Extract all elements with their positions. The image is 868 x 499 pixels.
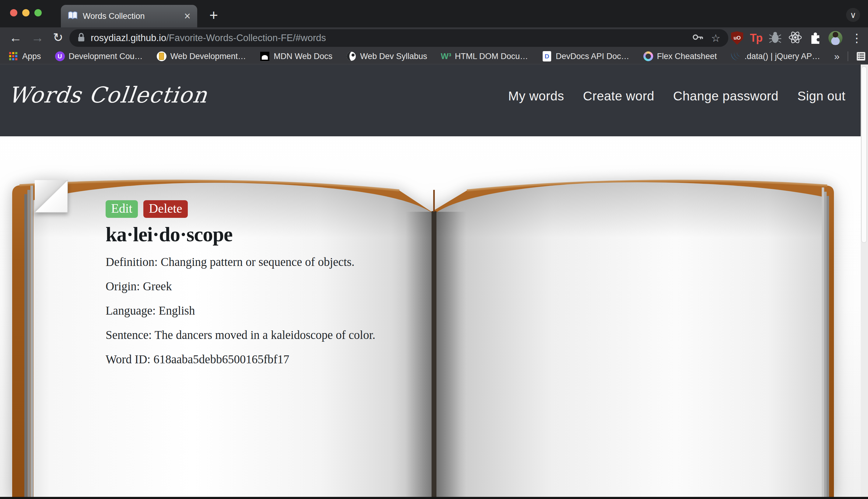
forward-button[interactable]: → [31,31,44,45]
nav-create-word[interactable]: Create word [583,89,654,104]
lock-icon [77,33,85,44]
bookmarks-overflow-chevron[interactable]: » [834,51,840,62]
browser-menu-icon[interactable]: ⋮ [851,31,863,45]
back-button[interactable]: ← [9,31,22,45]
word-id: Word ID: 618aaba5debb6500165fbf17 [106,352,416,366]
word-title: ka·lei·do·scope [106,223,416,246]
address-bar[interactable]: rosydiazl.github.io /Favorite-Words-Coll… [69,29,728,47]
bookmark-apps[interactable]: Apps [9,51,41,61]
jquery-icon [731,51,740,61]
reload-button[interactable]: ↻ [53,31,63,45]
device-icon [157,51,167,61]
minimize-window-button[interactable] [22,9,29,16]
bookmark-web-dev-syllabus[interactable]: Web Dev Syllabus [346,51,427,61]
close-tab-icon[interactable]: × [184,11,191,22]
bookmark-jquery-data[interactable]: .data() | jQuery AP… [731,51,820,61]
word-card: Edit Delete ka·lei·do·scope Definition: … [106,200,416,376]
bookmark-mdn-web-docs[interactable]: MDN Web Docs [260,51,332,61]
nav-my-words[interactable]: My words [508,89,564,104]
devdocs-icon: D [542,51,552,61]
extensions-puzzle-icon[interactable] [809,31,822,45]
browser-window: Words Collection × + ∨ ← → ↻ rosydiazl.g… [0,0,868,499]
nav-change-password[interactable]: Change password [673,89,779,104]
new-tab-button[interactable]: + [209,7,218,23]
close-window-button[interactable] [10,9,17,16]
extension-icons-row: uO Tp ⋮ [731,27,863,49]
scrollbar-thumb[interactable] [861,66,867,243]
word-language: Language: English [106,303,416,318]
word-origin: Origin: Greek [106,279,416,293]
bookmark-devdocs-api[interactable]: D DevDocs API Doc… [542,51,629,61]
react-devtools-icon[interactable] [788,31,802,45]
site-logo[interactable]: Words Collection [7,82,209,108]
page-content: Words Collection My words Create word Ch… [0,64,861,499]
zoom-window-button[interactable] [34,9,42,16]
profile-avatar[interactable] [829,31,842,45]
edit-button[interactable]: Edit [106,200,138,218]
udemy-icon: U [55,51,65,61]
ublock-origin-icon[interactable]: uO [731,31,743,45]
color-ring-icon [643,51,653,61]
site-header: Words Collection My words Create word Ch… [0,64,861,136]
page-scrollbar [861,64,868,499]
browser-tab[interactable]: Words Collection × [61,5,197,27]
bug-extension-icon[interactable] [769,31,782,45]
nav-sign-out[interactable]: Sign out [797,89,845,104]
globe-icon [346,51,356,61]
browser-toolbar: ← → ↻ rosydiazl.github.io /Favorite-Word… [0,27,868,49]
bookmark-flex-cheatsheet[interactable]: Flex Cheatsheet [643,51,717,61]
reading-list-icon [856,51,866,61]
reading-list-button[interactable]: Reading List [856,51,868,61]
tab-favicon-book-icon [68,11,78,21]
tampermonkey-icon[interactable]: Tp [750,32,762,45]
word-definition: Definition: Changing pattern or sequence… [106,255,416,269]
passwords-key-icon[interactable] [692,32,703,44]
delete-button[interactable]: Delete [143,200,188,218]
tab-title: Words Collection [83,12,181,21]
mdn-icon [260,51,270,61]
tab-search-chevron-icon[interactable]: ∨ [846,8,860,22]
bookmark-web-development[interactable]: Web Development… [157,51,246,61]
url-host: rosydiazl.github.io [91,33,166,44]
bookmark-development-course[interactable]: U Development Cou… [55,51,143,61]
bookmark-html-dom-doc[interactable]: W³ HTML DOM Docu… [441,51,528,61]
bookmark-star-icon[interactable]: ☆ [711,32,720,44]
tab-strip: Words Collection × + ∨ [0,0,868,27]
bookmarks-bar: Apps U Development Cou… Web Development…… [0,49,868,64]
apps-grid-icon [9,51,18,61]
site-nav: My words Create word Change password Sig… [508,89,845,104]
bookmarks-divider [848,51,848,61]
w3schools-icon: W³ [441,51,451,61]
url-path: /Favorite-Words-Collection-FE/#words [166,33,684,44]
word-sentence: Sentence: The dancers moved in a kaleido… [106,328,416,342]
window-bottom-edge [0,497,868,499]
